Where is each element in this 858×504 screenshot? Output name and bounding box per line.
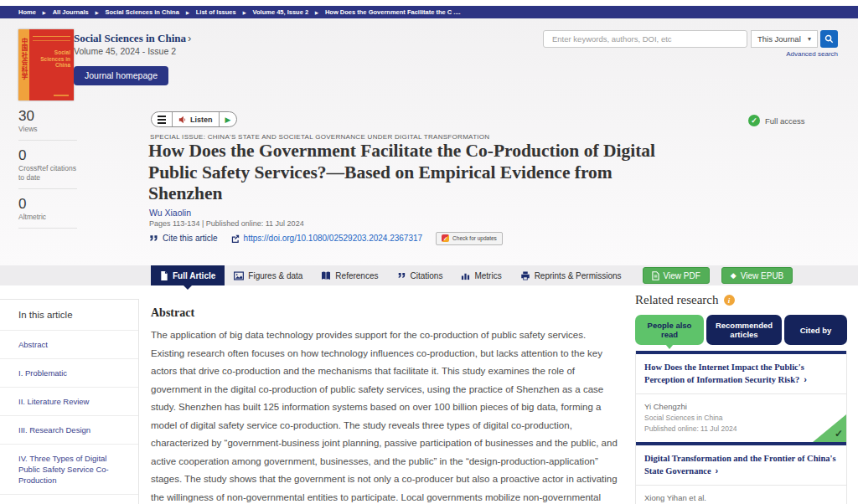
doi-link[interactable]: https://doi.org/10.1080/02529203.2024.23…: [231, 234, 423, 243]
search-input[interactable]: [543, 30, 747, 48]
views-label: Views: [18, 125, 77, 140]
listen-label: Listen: [190, 116, 213, 124]
related-research-heading: Related research: [635, 293, 719, 307]
abstract-heading: Abstract: [151, 306, 194, 320]
journal-cover-title: Social Sciences in China: [37, 49, 70, 69]
tab-citations[interactable]: Citations: [388, 265, 452, 285]
in-this-article-sidebar: In this article Abstract I. Problematic …: [0, 299, 139, 504]
chevron-down-icon: ▾: [808, 35, 811, 43]
breadcrumb-separator-icon: ▶: [96, 10, 99, 15]
author-link[interactable]: Wu Xiaolin: [149, 208, 191, 218]
doi-text: https://doi.org/10.1080/02529203.2024.23…: [244, 234, 423, 243]
related-article-author[interactable]: Yi Chengzhi: [644, 401, 838, 413]
advanced-search-link[interactable]: Advanced search: [754, 50, 838, 58]
journal-cover-side-strip: 中国社会科学: [18, 29, 29, 100]
breadcrumb-separator-icon: ▶: [243, 10, 246, 15]
journal-cover-rule: [33, 36, 70, 37]
crossmark-icon: ✓: [442, 234, 449, 242]
tab-cited-by[interactable]: Cited by: [784, 315, 847, 345]
article-metrics-panel: 30 Views 0 CrossRef citations to date 0 …: [18, 107, 77, 234]
quote-icon: [149, 234, 158, 243]
related-article-title-link[interactable]: How Does the Internet Impact the Public'…: [636, 354, 846, 394]
toc-item-research-design[interactable]: III. Research Design: [0, 416, 138, 445]
toc-item-literature-review[interactable]: II. Literature Review: [0, 388, 138, 416]
play-button[interactable]: ▶: [219, 112, 237, 126]
view-pdf-button[interactable]: View PDF: [643, 267, 710, 284]
journal-issue: Volume 45, 2024 - Issue 2: [74, 46, 176, 56]
tab-metrics[interactable]: Metrics: [452, 265, 510, 285]
listen-menu-button[interactable]: [152, 112, 172, 126]
tab-references[interactable]: References: [312, 265, 387, 285]
tab-figures-data[interactable]: Figures & data: [225, 265, 312, 285]
printer-icon: [520, 271, 530, 280]
search-scope-select[interactable]: This Journal ▾: [751, 30, 818, 48]
tab-label: References: [335, 271, 378, 280]
tab-reprints-permissions[interactable]: Reprints & Permissions: [511, 265, 631, 285]
listen-button[interactable]: Listen: [172, 112, 219, 126]
chevron-right-icon: ›: [188, 32, 191, 44]
toc-item-three-types[interactable]: IV. Three Types of Digital Public Safety…: [0, 445, 138, 495]
check-for-updates-badge[interactable]: ✓ Check for updates: [436, 232, 503, 245]
pdf-document-icon: [652, 271, 659, 280]
related-article-meta: Yi Chengzhi Social Sciences in China Pub…: [636, 394, 846, 442]
toc-heading: In this article: [0, 300, 138, 331]
cite-this-article-link[interactable]: Cite this article: [149, 234, 218, 243]
pages-published-line: Pages 113-134 | Published online: 11 Jul…: [149, 219, 304, 228]
tab-full-article[interactable]: Full Article: [151, 265, 225, 285]
journal-cover[interactable]: 中国社会科学 Social Sciences in China: [18, 29, 74, 100]
breadcrumb-separator-icon: ▶: [315, 10, 318, 15]
metric-divider: [18, 140, 77, 141]
search-icon: [824, 34, 834, 44]
tab-recommended-articles[interactable]: Recommended articles: [706, 315, 782, 345]
journal-homepage-button[interactable]: Journal homepage: [74, 66, 168, 85]
breadcrumb-item-issue[interactable]: Volume 45, Issue 2: [253, 8, 309, 16]
breadcrumb-item-home[interactable]: Home: [18, 8, 36, 16]
chevron-right-icon: ›: [804, 374, 807, 384]
views-count: 30: [18, 107, 77, 125]
journal-cover-cjk-text: 中国社会科学: [19, 38, 28, 95]
related-article-title-link[interactable]: Digital Transformation and the Frontier …: [636, 445, 846, 486]
toc-item-abstract[interactable]: Abstract: [0, 331, 138, 359]
full-access-indicator: ✓ Full access: [748, 115, 805, 126]
search-button[interactable]: [820, 30, 838, 48]
journal-cover-rule: [33, 40, 70, 41]
toc-item-the-triple[interactable]: V. The Triple: [0, 495, 138, 504]
breadcrumb-item-current-article: How Does the Government Facilitate the C…: [325, 8, 461, 16]
tab-people-also-read[interactable]: People also read: [635, 315, 704, 345]
tab-label: Citations: [411, 271, 443, 280]
tab-label: Metrics: [474, 271, 501, 280]
view-epub-button[interactable]: ◆ View EPUB: [721, 267, 793, 284]
epub-diamond-icon: ◆: [731, 271, 737, 280]
metric-divider: [18, 188, 77, 189]
related-article-published: Published online: 11 Jul 2024: [644, 424, 838, 435]
special-issue-label: SPECIAL ISSUE: CHINA'S STATE AND SOCIETA…: [150, 133, 489, 141]
full-access-label: Full access: [765, 116, 805, 126]
breadcrumb: Home ▶ All Journals ▶ Social Sciences in…: [0, 6, 858, 18]
chevron-right-icon: ›: [716, 465, 719, 476]
related-articles-list: How Does the Internet Impact the Public'…: [635, 351, 847, 504]
document-icon: [160, 271, 168, 280]
related-article-author[interactable]: Xiong Yihan et al.: [644, 492, 838, 504]
related-research-panel: Related research i People also read Reco…: [635, 293, 847, 504]
check-for-updates-label: Check for updates: [452, 235, 497, 241]
breadcrumb-item-all-journals[interactable]: All Journals: [53, 8, 89, 16]
breadcrumb-separator-icon: ▶: [186, 10, 189, 15]
breadcrumb-item-list-of-issues[interactable]: List of Issues: [196, 8, 236, 16]
quote-icon: [397, 271, 406, 280]
abstract-text: The application of big data technology p…: [151, 327, 622, 504]
full-access-check-icon: ✓: [748, 115, 760, 126]
tab-label: Figures & data: [248, 271, 302, 280]
info-icon[interactable]: i: [724, 295, 735, 306]
metric-divider: [18, 228, 77, 229]
citation-row: Cite this article https://doi.org/10.108…: [149, 231, 503, 245]
tab-label: Reprints & Permissions: [535, 271, 622, 280]
view-epub-label: View EPUB: [741, 271, 784, 280]
breadcrumb-separator-icon: ▶: [43, 10, 46, 15]
altmetric-count: 0: [18, 195, 77, 213]
toc-item-problematic[interactable]: I. Problematic: [0, 359, 138, 388]
journal-title-link[interactable]: Social Sciences in China›: [74, 32, 191, 45]
breadcrumb-item-journal[interactable]: Social Sciences in China: [106, 8, 179, 16]
article-tab-bar: Full Article Figures & data References C…: [0, 265, 858, 285]
crossref-count: 0: [18, 147, 77, 164]
tab-label: Full Article: [173, 271, 215, 280]
